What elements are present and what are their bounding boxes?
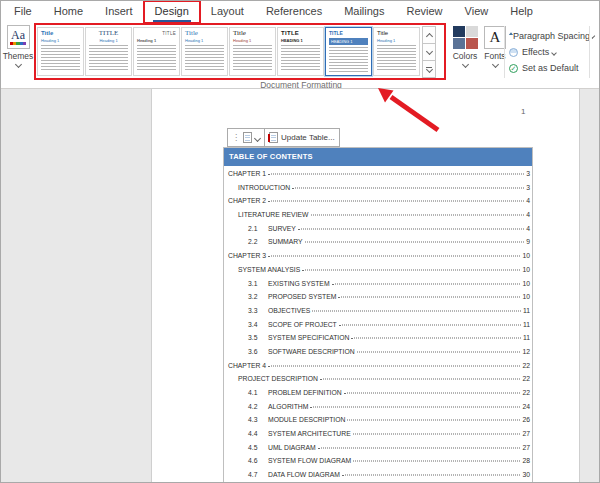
toc-entries: CHAPTER 13INTRODUCTION3CHAPTER 24LITERAT… bbox=[224, 166, 532, 483]
gallery-scroll-down-button[interactable] bbox=[422, 43, 436, 61]
style-set-thumbnail-3[interactable]: TITLEHeading 1 bbox=[133, 27, 180, 76]
toc-entry-page: 27 bbox=[522, 430, 530, 437]
table-of-contents-control[interactable]: TABLE OF CONTENTS CHAPTER 13INTRODUCTION… bbox=[223, 147, 533, 483]
toc-entry[interactable]: LITERATURE REVIEW4 bbox=[224, 211, 532, 225]
chevron-down-icon bbox=[491, 61, 498, 68]
style-set-thumbnail-7-selected[interactable]: TITLEHEADING 1 bbox=[325, 27, 372, 76]
style-set-thumbnail-6[interactable]: TITLEHEADING 1 bbox=[277, 27, 324, 76]
toc-entry[interactable]: 4.2ALGORITHM24 bbox=[224, 403, 532, 417]
toc-entry-page: 11 bbox=[523, 307, 530, 314]
toc-entry-page: 27 bbox=[522, 444, 530, 451]
toc-control-handle[interactable]: ⋮ bbox=[227, 128, 265, 147]
dot-leader bbox=[292, 187, 524, 188]
toc-entry-page: 30 bbox=[522, 471, 530, 478]
toc-entry[interactable]: 4.3MODULE DESCRIPTION26 bbox=[224, 416, 532, 430]
toc-entry-number: 3.6 bbox=[248, 348, 268, 355]
toc-entry[interactable]: CHAPTER 422 bbox=[224, 362, 532, 376]
toc-entry-number: 3.2 bbox=[248, 293, 268, 300]
style-bodytext-preview bbox=[137, 45, 176, 71]
toc-entry[interactable]: 3.3OBJECTIVES11 bbox=[224, 307, 532, 321]
style-set-thumbnail-1[interactable]: TitleHeading 1 bbox=[37, 27, 84, 76]
toc-entry[interactable]: SYSTEM ANALYSIS10 bbox=[224, 266, 532, 280]
tab-view[interactable]: View bbox=[454, 1, 500, 23]
toc-entry[interactable]: 3.5SYSTEM SPECIFICATION11 bbox=[224, 334, 532, 348]
toc-entry[interactable]: 3.4SCOPE OF PROJECT11 bbox=[224, 321, 532, 335]
set-as-default-button[interactable]: ✓ Set as Default bbox=[509, 60, 589, 76]
dot-leader bbox=[312, 310, 521, 311]
chevron-down-icon bbox=[254, 134, 261, 141]
style-title-preview: TITLE bbox=[137, 30, 176, 37]
dot-leader bbox=[311, 215, 525, 216]
update-table-button[interactable]: Update Table... bbox=[264, 128, 340, 147]
tab-review[interactable]: Review bbox=[396, 1, 454, 23]
style-heading-preview: Heading 1 bbox=[185, 38, 224, 43]
toc-entry-page: 3 bbox=[526, 184, 530, 191]
tab-home[interactable]: Home bbox=[43, 1, 94, 23]
style-heading-preview: Heading 1 bbox=[89, 38, 128, 43]
paragraph-spacing-button[interactable]: Paragraph Spacing bbox=[509, 28, 589, 44]
tab-help[interactable]: Help bbox=[499, 1, 544, 23]
gallery-scroll-up-button[interactable] bbox=[422, 26, 436, 44]
toc-entry[interactable]: 2.1SURVEY4 bbox=[224, 225, 532, 239]
toc-entry[interactable]: CHAPTER 13 bbox=[224, 170, 532, 184]
toc-entry-title: EXISTING SYSTEM bbox=[268, 280, 330, 287]
document-icon bbox=[243, 132, 252, 143]
toc-entry-number: 4.4 bbox=[248, 430, 268, 437]
tab-design[interactable]: Design bbox=[144, 1, 200, 23]
toc-entry[interactable]: 4.5UML DIAGRAM27 bbox=[224, 444, 532, 458]
toc-entry-title: INTRODUCTION bbox=[238, 184, 290, 191]
toc-entry-page: 11 bbox=[523, 321, 530, 328]
toc-entry[interactable]: CHAPTER 310 bbox=[224, 252, 532, 266]
effects-label: Effects bbox=[522, 47, 549, 57]
toc-entry-title: SURVEY bbox=[268, 225, 296, 232]
tab-references[interactable]: References bbox=[255, 1, 333, 23]
toc-entry[interactable]: 3.6SOFTWARE DESCRIPTION12 bbox=[224, 348, 532, 362]
toc-entry[interactable]: 4.6SYSTEM FLOW DIAGRAM28 bbox=[224, 457, 532, 471]
gallery-more-button[interactable] bbox=[422, 60, 436, 78]
toc-entry[interactable]: INTRODUCTION3 bbox=[224, 184, 532, 198]
toc-entry-page: 12 bbox=[522, 348, 530, 355]
dot-leader bbox=[332, 283, 521, 284]
style-set-thumbnail-5[interactable]: TitleHeading 1 bbox=[229, 27, 276, 76]
swatch-dark-blue bbox=[453, 26, 465, 37]
style-bodytext-preview bbox=[41, 45, 80, 71]
tab-insert[interactable]: Insert bbox=[94, 1, 144, 23]
toc-entry-title: ALGORITHM bbox=[268, 403, 308, 410]
toc-entry-title: PROBLEM DEFINITION bbox=[268, 389, 342, 396]
tab-layout[interactable]: Layout bbox=[200, 1, 255, 23]
toc-entry[interactable]: PROJECT DESCRIPTION22 bbox=[224, 375, 532, 389]
tab-mailings[interactable]: Mailings bbox=[333, 1, 395, 23]
gallery-scrollbar bbox=[422, 26, 436, 77]
style-bodytext-preview bbox=[233, 45, 272, 71]
set-as-default-label: Set as Default bbox=[522, 63, 579, 73]
toc-entry[interactable]: 4.4SYSTEM ARCHITECTURE27 bbox=[224, 430, 532, 444]
toc-entry[interactable]: 3.2PROPOSED SYSTEM10 bbox=[224, 293, 532, 307]
update-table-icon bbox=[269, 132, 278, 143]
toc-entry[interactable]: 4.1PROBLEM DEFINITION22 bbox=[224, 389, 532, 403]
colors-button[interactable]: Colors bbox=[450, 26, 480, 79]
toc-entry-page: 10 bbox=[522, 293, 530, 300]
style-title-preview: TITLE bbox=[89, 30, 128, 37]
style-set-thumbnail-2[interactable]: TITLEHeading 1 bbox=[85, 27, 132, 76]
toc-entry-page: 26 bbox=[522, 416, 530, 423]
toc-entry[interactable]: CHAPTER 24 bbox=[224, 197, 532, 211]
dot-leader bbox=[353, 434, 521, 435]
style-heading-preview: Heading 1 bbox=[233, 38, 272, 43]
toc-entry[interactable]: 3.1EXISTING SYSTEM10 bbox=[224, 280, 532, 294]
effects-button[interactable]: Effects bbox=[509, 44, 589, 60]
checkmark-circle-icon: ✓ bbox=[509, 64, 518, 73]
paragraph-spacing-label: Paragraph Spacing bbox=[513, 31, 590, 41]
tab-file[interactable]: File bbox=[3, 1, 43, 23]
style-set-thumbnail-8[interactable]: TitleHeading 1 bbox=[373, 27, 420, 76]
toc-entry-title: CHAPTER 3 bbox=[228, 252, 266, 259]
themes-button[interactable]: Aa Themes bbox=[3, 25, 33, 78]
toc-entry[interactable]: 4.7DATA FLOW DIAGRAM30 bbox=[224, 471, 532, 483]
toc-entry-number: 4.2 bbox=[248, 403, 268, 410]
style-set-thumbnail-4[interactable]: TitleHeading 1 bbox=[181, 27, 228, 76]
style-title-preview: Title bbox=[41, 30, 80, 37]
fonts-icon: A bbox=[484, 26, 506, 49]
toc-entry[interactable]: 2.2SUMMARY9 bbox=[224, 238, 532, 252]
toc-entry-title: SYSTEM ARCHITECTURE bbox=[268, 430, 351, 437]
document-page[interactable]: 1 ⋮ Update Table... TABLE OF CONTENTS CH… bbox=[152, 89, 579, 483]
toc-entry-number: 2.1 bbox=[248, 225, 268, 232]
